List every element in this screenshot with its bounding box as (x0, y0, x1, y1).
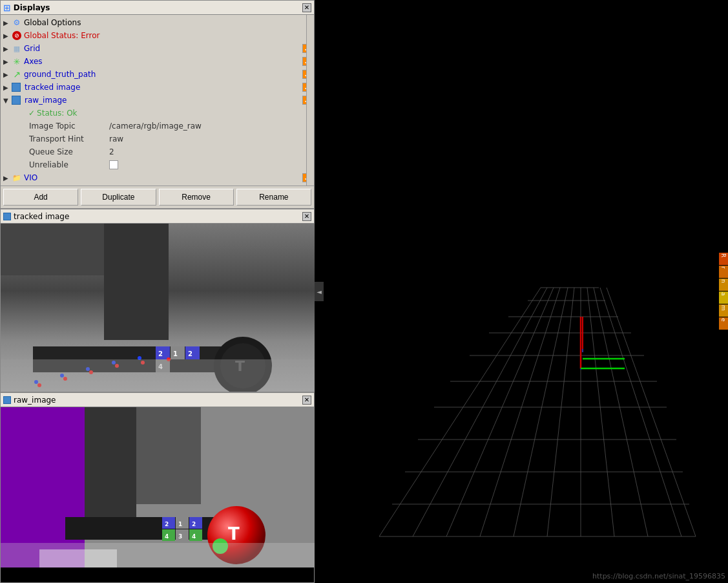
svg-rect-64 (1, 359, 315, 392)
global-status-item[interactable]: ▶ ⊘ Global Status: Error (1, 29, 314, 42)
vio-item[interactable]: ▶ 📁 VIO (1, 171, 314, 184)
status-ok-item: ✓ Status: Ok (1, 107, 314, 120)
sidebar-label-1: R (719, 253, 728, 266)
axes-item[interactable]: ▶ ✳ Axes (1, 55, 314, 68)
svg-text:4: 4 (192, 533, 196, 540)
sidebar-label-4: a (719, 292, 728, 304)
grid-icon: ▦ (12, 43, 22, 54)
viewport-3d: ◄ (315, 0, 728, 583)
global-status-label: Global Status: Error (24, 31, 311, 40)
svg-text:2: 2 (188, 350, 192, 357)
image-topic-label: Image Topic (29, 122, 107, 131)
global-options-label: Global Options (24, 18, 311, 27)
svg-line-106 (594, 288, 648, 536)
displays-icon: ⊞ (3, 3, 11, 13)
expand-arrow-grid[interactable]: ▶ (3, 45, 10, 52)
svg-line-102 (514, 288, 568, 536)
add-button[interactable]: Add (3, 189, 78, 206)
expand-arrow-raw[interactable]: ▼ (3, 97, 10, 104)
svg-text:2: 2 (158, 350, 163, 357)
expand-arrow-axes[interactable]: ▶ (3, 58, 10, 65)
raw-image-panel-title: raw_image (3, 396, 56, 405)
path-icon: ↗ (12, 69, 22, 80)
displays-content: ▶ ⚙ Global Options ▶ ⊘ Global Status: Er… (1, 15, 314, 186)
rename-button[interactable]: Rename (236, 189, 311, 206)
queue-size-label: Queue Size (29, 147, 107, 156)
raw-image-header: raw_image ✕ (1, 393, 314, 407)
tracked-image-panel-label: tracked image (14, 212, 69, 221)
displays-panel: ⊞ Displays ✕ ▶ ⚙ Global Options ▶ ⊘ Glob… (0, 0, 315, 209)
expand-arrow-global-status[interactable]: ▶ (3, 32, 10, 39)
expand-arrow-vio[interactable]: ▶ (3, 175, 10, 182)
svg-line-100 (446, 288, 554, 536)
axes-label: Axes (24, 57, 300, 66)
tracked-image-panel-title: tracked image (3, 212, 69, 221)
right-sidebar-labels: R r n a m e (719, 253, 728, 330)
transport-hint-value: raw (109, 134, 123, 143)
sidebar-label-5: m (719, 304, 728, 317)
scrollbar-track[interactable] (306, 15, 314, 186)
svg-line-108 (607, 288, 696, 536)
duplicate-button[interactable]: Duplicate (81, 189, 156, 206)
svg-text:3: 3 (178, 533, 182, 540)
tracked-image-item[interactable]: ▶ tracked image (1, 81, 314, 94)
raw-image-close-button[interactable]: ✕ (302, 396, 311, 405)
svg-text:1: 1 (178, 521, 182, 527)
grid-item[interactable]: ▶ ▦ Grid (1, 42, 314, 55)
svg-rect-2 (1, 224, 104, 275)
folder-icon: 📁 (12, 173, 22, 183)
tracked-image-icon (12, 83, 21, 92)
tracked-image-close-button[interactable]: ✕ (302, 212, 311, 221)
raw-image-icon (12, 96, 21, 105)
sidebar-label-6: e (719, 317, 728, 330)
transport-hint-label: Transport Hint (29, 134, 107, 143)
displays-close-button[interactable]: ✕ (302, 3, 311, 12)
svg-text:2: 2 (165, 521, 169, 527)
3d-grid-svg (315, 0, 728, 583)
queue-size-value: 2 (109, 147, 114, 156)
svg-rect-1 (104, 224, 169, 340)
grid-label: Grid (24, 44, 300, 53)
collapse-arrow[interactable]: ◄ (315, 282, 324, 301)
error-icon: ⊘ (12, 30, 22, 41)
svg-line-101 (480, 288, 560, 536)
unreliable-checkbox[interactable] (109, 160, 118, 169)
svg-line-98 (379, 288, 541, 536)
sidebar-label-2: r (719, 266, 728, 279)
svg-rect-68 (136, 407, 201, 504)
displays-title: ⊞ Displays (3, 3, 50, 13)
axes-icon: ✳ (12, 56, 22, 67)
expand-arrow-global-options[interactable]: ▶ (3, 19, 10, 26)
svg-text:1: 1 (173, 350, 178, 357)
displays-title-text: Displays (14, 3, 50, 12)
global-options-item[interactable]: ▶ ⚙ Global Options (1, 16, 314, 29)
unreliable-label: Unreliable (29, 160, 107, 169)
url-watermark: https://blog.csdn.net/sinat_19596835 (592, 572, 725, 580)
tracked-image-label: tracked image (25, 83, 300, 92)
displays-header: ⊞ Displays ✕ (1, 1, 314, 15)
expand-arrow-tracked[interactable]: ▶ (3, 84, 10, 91)
vio-label: VIO (24, 173, 300, 182)
tracked-panel-icon (3, 213, 11, 220)
status-ok-label: Status: Ok (37, 109, 311, 118)
raw-image-panel: raw_image ✕ 2 1 2 (0, 392, 315, 583)
ground-truth-path-item[interactable]: ▶ ↗ ground_truth_path (1, 68, 314, 81)
svg-line-99 (413, 288, 547, 536)
svg-text:4: 4 (165, 533, 169, 540)
svg-line-103 (547, 288, 574, 536)
svg-line-105 (587, 288, 614, 536)
raw-panel-icon (3, 396, 11, 404)
tracked-image-content: 2 1 2 4 T (1, 224, 315, 392)
raw-image-svg: 2 1 2 4 3 4 (1, 407, 315, 567)
button-row: Add Duplicate Remove Rename (1, 186, 314, 208)
tracked-image-header: tracked image ✕ (1, 209, 314, 224)
expand-arrow-path[interactable]: ▶ (3, 71, 10, 78)
left-panel: ⊞ Displays ✕ ▶ ⚙ Global Options ▶ ⊘ Glob… (0, 0, 315, 583)
sidebar-label-3: n (719, 279, 728, 292)
transport-hint-row: Transport Hint raw (1, 132, 314, 145)
remove-button[interactable]: Remove (159, 189, 234, 206)
queue-size-row: Queue Size 2 (1, 145, 314, 158)
tracked-image-panel: tracked image ✕ (0, 209, 315, 392)
svg-text:T: T (228, 524, 240, 544)
raw-image-item[interactable]: ▼ raw_image (1, 94, 314, 107)
